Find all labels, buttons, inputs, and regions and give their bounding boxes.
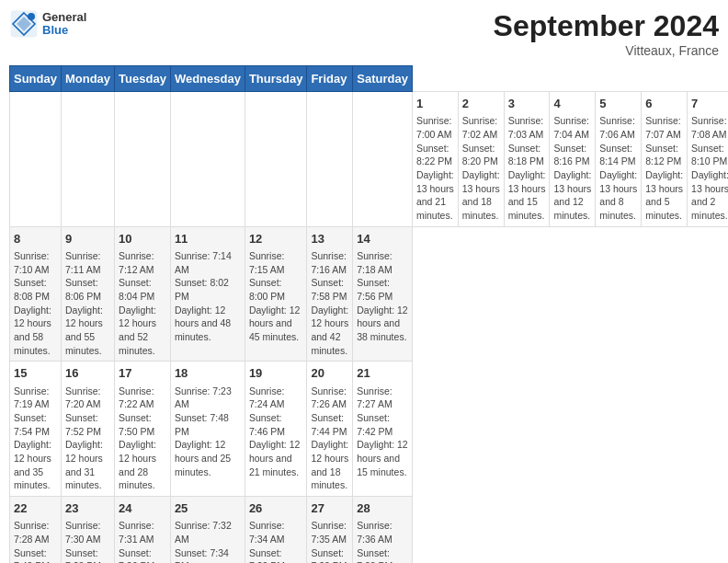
calendar-cell: 3 Sunrise: 7:03 AM Sunset: 8:18 PM Dayli… <box>504 92 550 227</box>
cell-content: Sunrise: 7:14 AM Sunset: 8:02 PM Dayligh… <box>175 249 241 344</box>
day-number: 14 <box>357 231 408 247</box>
day-number: 6 <box>645 96 683 112</box>
cell-content: Sunrise: 7:12 AM Sunset: 8:04 PM Dayligh… <box>119 249 166 358</box>
calendar-cell: 13 Sunrise: 7:16 AM Sunset: 7:58 PM Dayl… <box>307 226 353 362</box>
day-number: 12 <box>249 231 303 247</box>
calendar-cell: 4 Sunrise: 7:04 AM Sunset: 8:16 PM Dayli… <box>550 92 596 227</box>
calendar-cell: 11 Sunrise: 7:14 AM Sunset: 8:02 PM Dayl… <box>170 226 245 362</box>
cell-content: Sunrise: 7:23 AM Sunset: 7:48 PM Dayligh… <box>175 385 241 479</box>
calendar-table: Sunday Monday Tuesday Wednesday Thursday… <box>9 65 728 563</box>
logo-blue: Blue <box>42 24 86 37</box>
cell-content: Sunrise: 7:32 AM Sunset: 7:34 PM Dayligh… <box>175 519 241 563</box>
cell-content: Sunrise: 7:28 AM Sunset: 7:40 PM Dayligh… <box>14 519 57 563</box>
day-number: 2 <box>462 96 500 112</box>
day-number: 17 <box>119 365 166 382</box>
calendar-cell: 27 Sunrise: 7:35 AM Sunset: 7:30 PM Dayl… <box>307 497 353 563</box>
calendar-cell: 22 Sunrise: 7:28 AM Sunset: 7:40 PM Dayl… <box>10 497 62 563</box>
cell-content: Sunrise: 7:34 AM Sunset: 7:32 PM Dayligh… <box>249 519 303 563</box>
page-header: General Blue September 2024 Vitteaux, Fr… <box>9 9 719 58</box>
calendar-cell: 1 Sunrise: 7:00 AM Sunset: 8:22 PM Dayli… <box>412 92 458 227</box>
cell-content: Sunrise: 7:04 AM Sunset: 8:16 PM Dayligh… <box>553 114 591 223</box>
cell-content: Sunrise: 7:24 AM Sunset: 7:46 PM Dayligh… <box>249 385 303 479</box>
calendar-cell: 18 Sunrise: 7:23 AM Sunset: 7:48 PM Dayl… <box>170 362 245 497</box>
cell-content: Sunrise: 7:07 AM Sunset: 8:12 PM Dayligh… <box>645 114 683 223</box>
calendar-cell: 8 Sunrise: 7:10 AM Sunset: 8:08 PM Dayli… <box>10 226 62 362</box>
week-row-1: 1 Sunrise: 7:00 AM Sunset: 8:22 PM Dayli… <box>10 92 729 227</box>
calendar-cell: 5 Sunrise: 7:06 AM Sunset: 8:14 PM Dayli… <box>596 92 642 227</box>
calendar-cell: 10 Sunrise: 7:12 AM Sunset: 8:04 PM Dayl… <box>115 226 171 362</box>
day-number: 1 <box>416 96 454 112</box>
calendar-cell <box>61 92 114 227</box>
calendar-cell: 9 Sunrise: 7:11 AM Sunset: 8:06 PM Dayli… <box>61 226 114 362</box>
calendar-cell: 21 Sunrise: 7:27 AM Sunset: 7:42 PM Dayl… <box>353 362 413 497</box>
calendar-cell: 23 Sunrise: 7:30 AM Sunset: 7:38 PM Dayl… <box>61 497 114 563</box>
day-number: 3 <box>508 96 546 112</box>
week-row-3: 15 Sunrise: 7:19 AM Sunset: 7:54 PM Dayl… <box>10 362 729 497</box>
col-sunday: Sunday <box>10 66 62 92</box>
cell-content: Sunrise: 7:06 AM Sunset: 8:14 PM Dayligh… <box>599 114 637 223</box>
day-number: 5 <box>599 96 637 112</box>
calendar-cell: 17 Sunrise: 7:22 AM Sunset: 7:50 PM Dayl… <box>115 362 171 497</box>
cell-content: Sunrise: 7:16 AM Sunset: 7:58 PM Dayligh… <box>311 249 348 358</box>
day-number: 23 <box>65 500 110 517</box>
cell-content: Sunrise: 7:31 AM Sunset: 7:36 PM Dayligh… <box>119 519 166 563</box>
day-number: 9 <box>65 231 110 247</box>
calendar-cell: 15 Sunrise: 7:19 AM Sunset: 7:54 PM Dayl… <box>10 362 62 497</box>
day-number: 27 <box>311 500 348 517</box>
day-number: 4 <box>553 96 591 112</box>
page-title: September 2024 <box>494 9 719 43</box>
day-number: 25 <box>175 500 241 517</box>
calendar-cell <box>353 92 413 227</box>
cell-content: Sunrise: 7:08 AM Sunset: 8:10 PM Dayligh… <box>691 114 728 223</box>
day-number: 22 <box>14 500 57 517</box>
cell-content: Sunrise: 7:36 AM Sunset: 7:28 PM Dayligh… <box>357 519 408 563</box>
calendar-cell: 2 Sunrise: 7:02 AM Sunset: 8:20 PM Dayli… <box>458 92 504 227</box>
calendar-cell: 12 Sunrise: 7:15 AM Sunset: 8:00 PM Dayl… <box>245 226 307 362</box>
calendar-cell: 19 Sunrise: 7:24 AM Sunset: 7:46 PM Dayl… <box>245 362 307 497</box>
day-number: 16 <box>65 365 110 382</box>
logo-text: General Blue <box>42 11 86 38</box>
day-number: 21 <box>357 365 408 382</box>
cell-content: Sunrise: 7:35 AM Sunset: 7:30 PM Dayligh… <box>311 519 348 563</box>
week-row-2: 8 Sunrise: 7:10 AM Sunset: 8:08 PM Dayli… <box>10 226 729 362</box>
cell-content: Sunrise: 7:11 AM Sunset: 8:06 PM Dayligh… <box>65 249 110 358</box>
cell-content: Sunrise: 7:22 AM Sunset: 7:50 PM Dayligh… <box>119 385 166 493</box>
day-number: 7 <box>691 96 728 112</box>
cell-content: Sunrise: 7:03 AM Sunset: 8:18 PM Dayligh… <box>508 114 546 223</box>
calendar-cell: 7 Sunrise: 7:08 AM Sunset: 8:10 PM Dayli… <box>688 92 728 227</box>
day-number: 18 <box>175 365 241 382</box>
logo-general: General <box>42 11 86 24</box>
col-tuesday: Tuesday <box>115 66 171 92</box>
col-wednesday: Wednesday <box>170 66 245 92</box>
cell-content: Sunrise: 7:26 AM Sunset: 7:44 PM Dayligh… <box>311 385 348 493</box>
calendar-cell: 28 Sunrise: 7:36 AM Sunset: 7:28 PM Dayl… <box>353 497 413 563</box>
day-number: 28 <box>357 500 408 517</box>
calendar-cell <box>307 92 353 227</box>
col-friday: Friday <box>307 66 353 92</box>
day-number: 15 <box>14 365 57 382</box>
calendar-cell: 20 Sunrise: 7:26 AM Sunset: 7:44 PM Dayl… <box>307 362 353 497</box>
col-saturday: Saturday <box>353 66 413 92</box>
title-block: September 2024 Vitteaux, France <box>494 9 719 58</box>
calendar-cell <box>115 92 171 227</box>
col-monday: Monday <box>61 66 114 92</box>
calendar-cell: 6 Sunrise: 7:07 AM Sunset: 8:12 PM Dayli… <box>642 92 688 227</box>
day-number: 8 <box>14 231 57 247</box>
calendar-cell: 16 Sunrise: 7:20 AM Sunset: 7:52 PM Dayl… <box>61 362 114 497</box>
calendar-cell: 14 Sunrise: 7:18 AM Sunset: 7:56 PM Dayl… <box>353 226 413 362</box>
day-number: 24 <box>119 500 166 517</box>
col-thursday: Thursday <box>245 66 307 92</box>
cell-content: Sunrise: 7:02 AM Sunset: 8:20 PM Dayligh… <box>462 114 500 223</box>
cell-content: Sunrise: 7:20 AM Sunset: 7:52 PM Dayligh… <box>65 385 110 493</box>
calendar-cell: 24 Sunrise: 7:31 AM Sunset: 7:36 PM Dayl… <box>115 497 171 563</box>
day-number: 11 <box>175 231 241 247</box>
day-number: 13 <box>311 231 348 247</box>
logo: General Blue <box>9 9 86 39</box>
day-number: 10 <box>119 231 166 247</box>
calendar-cell <box>170 92 245 227</box>
day-number: 19 <box>249 365 303 382</box>
calendar-cell <box>10 92 62 227</box>
cell-content: Sunrise: 7:27 AM Sunset: 7:42 PM Dayligh… <box>357 385 408 479</box>
cell-content: Sunrise: 7:10 AM Sunset: 8:08 PM Dayligh… <box>14 249 57 358</box>
cell-content: Sunrise: 7:19 AM Sunset: 7:54 PM Dayligh… <box>14 385 57 493</box>
